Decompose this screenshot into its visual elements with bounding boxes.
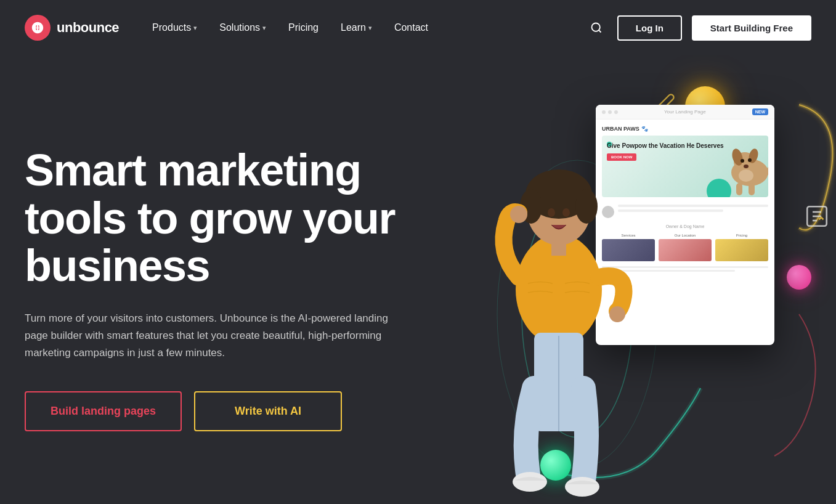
logo-icon — [25, 15, 51, 41]
svg-point-23 — [609, 306, 625, 322]
unbounce-logo-svg — [31, 21, 44, 35]
learn-chevron-icon: ▾ — [368, 24, 372, 32]
svg-point-1 — [591, 23, 599, 31]
card-location-item: Our Location — [659, 234, 712, 261]
person-svg — [460, 92, 657, 504]
svg-point-33 — [748, 158, 752, 162]
card-location-label: Our Location — [659, 234, 712, 237]
logo-text: unbounce — [57, 20, 119, 36]
nav-links: Products ▾ Solutions ▾ Pricing Learn ▾ C… — [144, 17, 585, 38]
pink-orb-decoration — [787, 265, 811, 290]
write-with-ai-button[interactable]: Write with AI — [194, 391, 342, 431]
start-building-button[interactable]: Start Building Free — [692, 15, 811, 41]
logo-link[interactable]: unbounce — [25, 15, 119, 41]
svg-point-22 — [510, 206, 527, 223]
svg-point-32 — [741, 159, 744, 163]
card-pricing-item: Pricing — [715, 234, 768, 261]
svg-rect-21 — [551, 240, 566, 256]
hero-buttons: Build landing pages Write with AI — [25, 391, 444, 431]
svg-point-19 — [548, 208, 555, 217]
nav-learn[interactable]: Learn ▾ — [332, 17, 381, 38]
nav-right: Log In Start Building Free — [585, 15, 811, 41]
svg-point-20 — [562, 208, 570, 217]
hero-left-content: Smart marketing tools to grow your busin… — [25, 147, 444, 431]
card-pricing-label: Pricing — [715, 234, 768, 237]
search-icon — [590, 22, 603, 34]
hero-title: Smart marketing tools to grow your busin… — [25, 147, 444, 290]
login-button[interactable]: Log In — [617, 15, 682, 41]
svg-point-34 — [744, 165, 749, 168]
build-landing-pages-button[interactable]: Build landing pages — [25, 391, 182, 431]
svg-point-26 — [513, 472, 547, 492]
nav-contact[interactable]: Contact — [386, 17, 437, 38]
navigation: unbounce Products ▾ Solutions ▾ Pricing … — [0, 0, 836, 55]
hero-section: Smart marketing tools to grow your busin… — [0, 55, 836, 504]
nav-products[interactable]: Products ▾ — [144, 17, 206, 38]
decoration-container: Your Landing Page NEW URBAN PAWS 🐾 Give … — [380, 55, 836, 504]
card-pricing-img — [715, 239, 768, 261]
hero-description: Turn more of your visitors into customer… — [25, 310, 394, 362]
chart-icon-decoration — [804, 203, 830, 232]
svg-point-37 — [739, 169, 753, 182]
svg-point-18 — [575, 189, 598, 224]
svg-point-0 — [36, 26, 39, 30]
svg-point-27 — [565, 477, 599, 497]
card-location-img — [659, 239, 712, 261]
svg-line-2 — [599, 30, 601, 33]
nav-solutions[interactable]: Solutions ▾ — [211, 17, 275, 38]
svg-rect-36 — [749, 183, 755, 195]
hero-illustration: Your Landing Page NEW URBAN PAWS 🐾 Give … — [380, 55, 836, 504]
card-new-badge: NEW — [752, 108, 768, 115]
search-button[interactable] — [585, 17, 607, 39]
nav-pricing[interactable]: Pricing — [280, 17, 327, 38]
svg-rect-35 — [736, 183, 742, 195]
solutions-chevron-icon: ▾ — [262, 24, 266, 32]
person-illustration — [460, 92, 657, 504]
products-chevron-icon: ▾ — [193, 24, 197, 32]
